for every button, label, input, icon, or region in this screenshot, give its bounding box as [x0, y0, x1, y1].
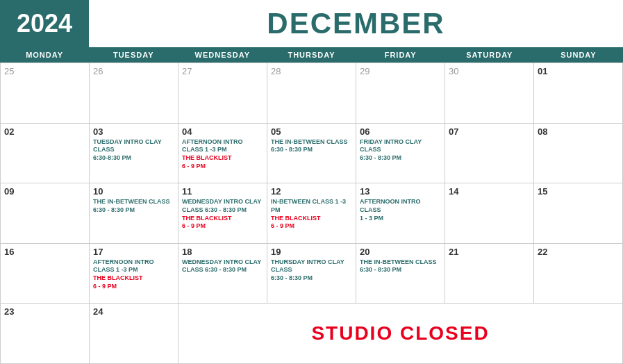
cell-dec16: 16 — [1, 244, 90, 304]
cell-dec17: 17 AFTERNOON INTRO CLASS 1 -3 PM THE BLA… — [90, 244, 178, 304]
day-sunday: SUNDAY — [534, 47, 623, 63]
cell-dec19: 19 THURSDAY INTRO CLAY CLASS6:30 - 8:30 … — [267, 244, 356, 304]
cell-dec14: 14 — [445, 183, 534, 244]
day-friday: FRIDAY — [356, 47, 445, 63]
cell-dec22: 22 — [534, 244, 623, 304]
cell-dec18: 18 WEDNESDAY INTRO CLAY CLASS 6:30 - 8:3… — [178, 244, 267, 304]
cell-dec13: 13 AFTERNOON INTRO CLASS1 - 3 PM — [356, 183, 445, 244]
event-dec04-2: THE BLACKLIST6 - 9 PM — [182, 154, 263, 170]
cell-dec06: 06 FRIDAY INTRO CLAY CLASS6:30 - 8:30 PM — [356, 124, 445, 184]
event-dec04-1: AFTERNOON INTRO CLASS 1 -3 PM — [182, 138, 263, 154]
event-dec13: AFTERNOON INTRO CLASS1 - 3 PM — [360, 198, 441, 222]
cell-dec01: 01 — [534, 63, 623, 124]
event-dec05: THE IN-BETWEEN CLASS6:30 - 8:30 PM — [271, 138, 352, 154]
event-dec11-1: WEDNESDAY INTRO CLAY CLASS 6:30 - 8:30 P… — [182, 198, 263, 214]
cell-dec11: 11 WEDNESDAY INTRO CLAY CLASS 6:30 - 8:3… — [178, 183, 267, 244]
event-dec18: WEDNESDAY INTRO CLAY CLASS 6:30 - 8:30 P… — [182, 258, 263, 274]
cell-dec02: 02 — [1, 124, 90, 184]
cell-dec24: 24 — [90, 304, 178, 364]
cell-nov29: 29 — [356, 63, 445, 124]
cell-dec20: 20 THE IN-BETWEEN CLASS6:30 - 8:30 PM — [356, 244, 445, 304]
event-dec17-1: AFTERNOON INTRO CLASS 1 -3 PM — [93, 258, 174, 274]
event-dec17-2: THE BLACKLIST6 - 9 PM — [93, 274, 174, 290]
event-dec10: THE IN-BETWEEN CLASS6:30 - 8:30 PM — [93, 198, 174, 214]
event-dec03: TUESDAY INTRO CLAY CLASS6:30-8:30 PM — [93, 138, 174, 163]
cell-nov28: 28 — [267, 63, 356, 124]
event-dec12-2: THE BLACKLIST6 - 9 PM — [271, 215, 352, 231]
days-header: MONDAY TUESDAY WEDNESDAY THURSDAY FRIDAY… — [0, 47, 623, 63]
cell-dec03: 03 TUESDAY INTRO CLAY CLASS6:30-8:30 PM — [90, 124, 178, 184]
event-dec20: THE IN-BETWEEN CLASS6:30 - 8:30 PM — [360, 258, 441, 274]
day-monday: MONDAY — [0, 47, 89, 63]
day-saturday: SATURDAY — [445, 47, 534, 63]
day-thursday: THURSDAY — [267, 47, 356, 63]
studio-closed-label: STUDIO CLOSED — [178, 304, 623, 364]
event-dec12-1: IN-BETWEEN CLASS 1 -3 PM — [271, 198, 352, 214]
cell-nov25: 25 — [1, 63, 90, 124]
month-label: DECEMBER — [89, 0, 623, 47]
year-label: 2024 — [0, 0, 89, 47]
calendar-grid: 25 26 27 28 29 30 01 02 03 TUESDAY INTRO… — [0, 63, 623, 364]
cell-nov26: 26 — [90, 63, 178, 124]
calendar: 2024 DECEMBER MONDAY TUESDAY WEDNESDAY T… — [0, 0, 623, 364]
cell-dec15: 15 — [534, 183, 623, 244]
header: 2024 DECEMBER — [0, 0, 623, 47]
event-dec11-2: THE BLACKLIST6 - 9 PM — [182, 215, 263, 231]
cell-dec21: 21 — [445, 244, 534, 304]
cell-nov30: 30 — [445, 63, 534, 124]
cell-dec08: 08 — [534, 124, 623, 184]
cell-dec07: 07 — [445, 124, 534, 184]
cell-dec12: 12 IN-BETWEEN CLASS 1 -3 PM THE BLACKLIS… — [267, 183, 356, 244]
event-dec06: FRIDAY INTRO CLAY CLASS6:30 - 8:30 PM — [360, 138, 441, 163]
cell-dec10: 10 THE IN-BETWEEN CLASS6:30 - 8:30 PM — [90, 183, 178, 244]
day-tuesday: TUESDAY — [89, 47, 178, 63]
cell-dec23: 23 — [1, 304, 90, 364]
event-dec19: THURSDAY INTRO CLAY CLASS6:30 - 8:30 PM — [271, 258, 352, 283]
day-wednesday: WEDNESDAY — [178, 47, 267, 63]
cell-dec05: 05 THE IN-BETWEEN CLASS6:30 - 8:30 PM — [267, 124, 356, 184]
cell-dec09: 09 — [1, 183, 90, 244]
cell-nov27: 27 — [178, 63, 267, 124]
cell-dec04: 04 AFTERNOON INTRO CLASS 1 -3 PM THE BLA… — [178, 124, 267, 184]
